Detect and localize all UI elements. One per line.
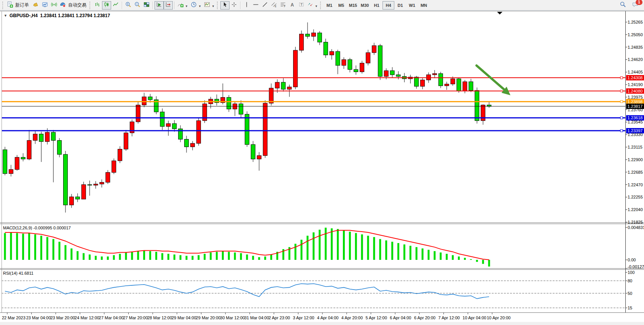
price-axis-label: 1.22040 [628, 207, 643, 212]
signals-button[interactable] [49, 1, 59, 10]
tab-timeframe-m5[interactable]: M5 [335, 1, 347, 10]
fibonacci-tool-button[interactable]: F [279, 1, 288, 10]
tab-timeframe-d1[interactable]: D1 [394, 1, 406, 10]
toolbar-grip[interactable] [217, 2, 219, 9]
chart-shift-button[interactable] [164, 1, 173, 10]
time-axis-label: 27 Mar 04:00 [99, 315, 124, 320]
time-axis-label: 24 Mar 12:00 [75, 315, 99, 320]
trendline-tool-button[interactable] [260, 1, 269, 10]
arrows-tool-button[interactable] [306, 1, 319, 10]
trendline-icon [262, 2, 268, 9]
tab-timeframe-h4[interactable]: H4 [383, 1, 394, 10]
tile-windows-button[interactable] [142, 1, 151, 10]
indicators-button[interactable] [176, 1, 190, 10]
auto-trading-button[interactable]: 自动交易 [59, 1, 89, 10]
price-axis-label: 1.23760 [628, 107, 643, 112]
toolbar-separator [174, 2, 175, 9]
time-axis-label: 28 Mar 12:00 [147, 315, 172, 320]
time-axis-label: 23 Mar 20:00 [50, 315, 75, 320]
chevron-down-icon [211, 2, 215, 9]
price-axis-label: 1.24405 [628, 70, 643, 74]
collapse-chart-icon[interactable]: ▼ [4, 14, 7, 18]
label-tool-button[interactable]: T [297, 1, 306, 10]
bar-chart-icon [94, 2, 100, 9]
time-axis-label: 10 Apr 20:00 [487, 315, 510, 320]
chart-title-bar: ▼ GBPUSD-,H4 1.23841 1.23841 1.23794 1.2… [4, 13, 110, 18]
horn-icon [33, 2, 39, 9]
price-axis-label: 1.23975 [628, 95, 643, 99]
price-axis-label: 1.22685 [628, 170, 643, 175]
tab-timeframe-h1[interactable]: H1 [371, 1, 383, 10]
toolbar-separator [122, 2, 122, 9]
fibonacci-icon: F [280, 2, 286, 9]
trading-terminal-window: 新订单 自动交易 [0, 0, 644, 325]
crosshair-tool-button[interactable] [230, 1, 239, 10]
time-axis-label: 3 Apr 12:00 [293, 315, 314, 320]
zoom-out-button[interactable] [133, 1, 142, 10]
toolbar-separator [153, 2, 153, 9]
chevron-down-icon [314, 2, 318, 9]
periods-button[interactable] [190, 1, 203, 10]
rsi-indicator-label: RSI(14) 41.6811 [3, 271, 33, 275]
time-axis-label: 4 Apr 20:00 [341, 315, 363, 320]
template-icon [204, 2, 210, 9]
new-order-button[interactable]: 新订单 [6, 1, 31, 10]
auto-trading-label: 自动交易 [67, 2, 88, 8]
channel-tool-button[interactable]: E [269, 1, 279, 10]
text-tool-button[interactable]: A [288, 1, 297, 10]
price-tag-label: 1.23898 [628, 99, 643, 104]
price-axis-label: 1.22900 [628, 157, 643, 162]
bar-chart-mode-button[interactable] [93, 1, 102, 10]
tab-timeframe-m15[interactable]: M15 [347, 1, 359, 10]
line-anchor-handle [620, 117, 623, 119]
tab-timeframe-m30[interactable]: M30 [359, 1, 371, 10]
time-axis-label: 31 Mar 04:00 [244, 315, 269, 320]
chevron-down-icon [198, 2, 202, 9]
svg-text:T: T [301, 3, 303, 6]
line-chart-mode-button[interactable] [111, 1, 120, 10]
tile-windows-icon [143, 2, 150, 9]
chart-shift-icon [165, 2, 171, 9]
chart-canvas[interactable]: 1.243081.240801.238981.238171.236181.233… [0, 11, 644, 325]
toolbar-grip[interactable] [2, 2, 4, 9]
auto-trading-icon [60, 2, 66, 9]
chart-window-icon [42, 2, 48, 9]
notifications-button[interactable]: 1 [631, 1, 640, 10]
alerts-button[interactable] [31, 1, 40, 10]
window-bottom-strip [0, 322, 644, 325]
zoom-in-button[interactable] [124, 1, 133, 10]
candlestick-mode-button[interactable] [102, 1, 111, 10]
price-axis-label: 1.22470 [628, 183, 643, 187]
search-button[interactable] [618, 1, 627, 10]
notification-count-badge: 1 [636, 0, 642, 5]
tab-timeframe-w1[interactable]: W1 [406, 1, 418, 10]
time-axis-label: 6 Apr 04:00 [390, 315, 411, 320]
vertical-line-tool-button[interactable] [242, 1, 251, 10]
equidistant-channel-icon: E [271, 2, 277, 9]
time-axis-label: 7 Apr 12:00 [438, 315, 460, 320]
svg-text:A: A [291, 2, 294, 7]
vertical-line-icon [244, 2, 250, 9]
toolbar-grip[interactable] [320, 2, 322, 9]
line-anchor-handle [620, 130, 623, 132]
tab-timeframe-m1[interactable]: M1 [324, 1, 335, 10]
price-axis-label: 1.23545 [628, 120, 643, 124]
templates-button[interactable] [203, 1, 216, 10]
horizontal-line-tool-button[interactable] [251, 1, 260, 10]
tab-timeframe-mn[interactable]: MN [418, 1, 430, 10]
cursor-tool-button[interactable] [220, 1, 230, 10]
price-axis-label: 1.24620 [628, 57, 643, 62]
auto-scroll-button[interactable] [155, 1, 164, 10]
signal-icon [51, 2, 57, 9]
chart-window-button[interactable] [40, 1, 49, 10]
search-icon [620, 1, 626, 9]
toolbar-grip[interactable] [89, 2, 91, 9]
price-axis-label: 1.23330 [628, 132, 643, 137]
time-axis-label: 5 Apr 12:00 [366, 315, 387, 320]
price-tag-label: 1.24080 [628, 89, 643, 93]
price-axis-label: 1.22255 [628, 195, 643, 199]
clock-icon [191, 2, 197, 9]
macd-axis-label: 0.004831 [628, 225, 644, 230]
price-tag-label: 1.24308 [628, 75, 643, 80]
time-axis-label: 10 Apr 04:00 [462, 315, 486, 320]
